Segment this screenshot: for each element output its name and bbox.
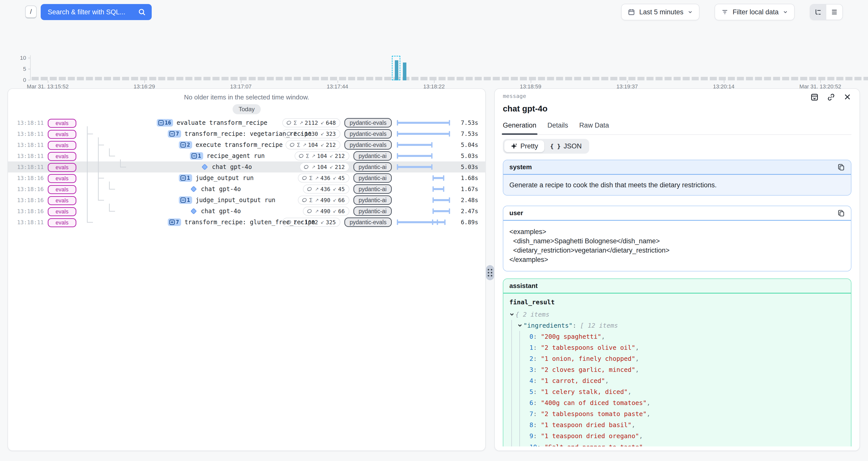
evals-badge[interactable]: evals (48, 119, 76, 128)
json-string-value: "1 carrot, diced" (541, 377, 605, 385)
trace-row[interactable]: 13:18:11evals2execute transform_recipeΣ↗… (8, 140, 485, 150)
tree-connector (87, 222, 93, 223)
json-string-value: "1 celery stalk, diced" (541, 388, 628, 396)
copy-icon[interactable] (837, 163, 845, 171)
token-usage-pill[interactable]: Σ↗2112↙648 (282, 118, 340, 127)
token-usage-pill[interactable]: ↗490↙66 (303, 207, 349, 216)
span-name: judge_input_output run (196, 196, 276, 204)
duration-bar (397, 133, 450, 135)
square-minus-icon (191, 153, 197, 159)
token-coin-icon (289, 142, 295, 148)
tokens-out-arrow-icon: ↙ (320, 142, 324, 148)
today-chip[interactable]: Today (232, 104, 261, 114)
span-name: execute transform_recipe (196, 141, 283, 148)
json-string-value: "1 teaspoon dried oregano" (541, 432, 639, 440)
trace-row[interactable]: 13:18:11evals7transform_recipe: vegetari… (8, 128, 485, 140)
duration-bar (433, 210, 450, 212)
copy-link-icon[interactable] (827, 93, 835, 101)
indent-guide (512, 320, 512, 451)
trace-row[interactable]: 13:18:11evalschat gpt-4o↗104↙212pydantic… (8, 161, 485, 173)
trace-row[interactable]: 13:18:16evals1judge_input_output runΣ↗49… (8, 194, 485, 206)
scope-tag[interactable]: pydantic-ai (353, 151, 392, 161)
list-view-button[interactable] (826, 4, 842, 20)
histogram-bar[interactable] (403, 63, 406, 80)
json-index: 8 (529, 421, 533, 429)
horizontal-scrollbar[interactable] (495, 447, 859, 451)
scope-tag[interactable]: pydantic-ai (353, 206, 392, 216)
dock-panel-icon[interactable] (810, 93, 819, 101)
tree-collapse-toggle[interactable]: 7 (168, 130, 181, 137)
x-axis-tick (531, 80, 531, 83)
scope-tag[interactable]: pydantic-ai (353, 173, 392, 183)
tree-view-button[interactable] (810, 4, 826, 20)
tree-collapse-toggle[interactable]: 1 (190, 152, 203, 160)
search-button-label: Search & filter with SQL... (48, 8, 138, 16)
token-usage-pill[interactable]: ↗104↙212 (300, 162, 349, 172)
time-range-button[interactable]: Last 5 minutes (621, 4, 700, 20)
trace-rows: 13:18:11evals16evaluate transform_recipe… (8, 117, 485, 228)
evals-badge[interactable]: evals (48, 218, 76, 227)
evals-badge[interactable]: evals (48, 196, 76, 205)
trace-row[interactable]: 13:18:11evals7transform_recipe: gluten_f… (8, 217, 485, 228)
tree-collapse-toggle[interactable]: 1 (179, 196, 192, 204)
list-view-icon (831, 8, 838, 16)
token-usage-pill[interactable]: Σ↗436↙45 (298, 174, 349, 183)
json-index: 7 (529, 410, 533, 418)
collapse-chevron-icon[interactable] (509, 312, 515, 317)
tree-collapse-toggle[interactable]: 16 (157, 119, 173, 127)
tokens-out-arrow-icon: ↙ (320, 219, 324, 225)
tree-collapse-toggle[interactable]: 1 (179, 174, 192, 182)
x-axis-tick (338, 80, 338, 83)
square-minus-icon (180, 175, 186, 181)
tree-connector (120, 159, 121, 167)
close-icon[interactable] (843, 93, 851, 101)
evals-badge[interactable]: evals (48, 130, 76, 139)
scope-tag[interactable]: pydantic-evals (344, 217, 392, 227)
scope-tag[interactable]: pydantic-ai (353, 184, 392, 194)
trace-row[interactable]: 13:18:16evalschat gpt-4o↗436↙45pydantic-… (8, 184, 485, 194)
json-string-value: "1 onion, finely chopped" (541, 355, 635, 362)
trace-row[interactable]: 13:18:16evalschat gpt-4o↗490↙66pydantic-… (8, 206, 485, 217)
token-usage-pill[interactable]: Σ↗104↙212 (294, 151, 349, 160)
token-usage-pill[interactable]: Σ↗104↙212 (285, 141, 340, 149)
pretty-segment[interactable]: Pretty (504, 141, 544, 152)
json-segment[interactable]: { } JSON (544, 141, 588, 152)
duration-bar (397, 166, 433, 168)
system-message-text: Generate a recipe to cook the dish that … (503, 175, 851, 195)
evals-badge[interactable]: evals (48, 163, 76, 172)
x-axis-tick (724, 80, 724, 83)
evals-badge[interactable]: evals (48, 207, 76, 216)
tokens-in-arrow-icon: ↗ (315, 197, 319, 203)
evals-badge[interactable]: evals (48, 152, 76, 161)
tab-generation[interactable]: Generation (503, 122, 536, 129)
tree-connector (109, 182, 110, 189)
tree-collapse-toggle[interactable]: 7 (168, 218, 181, 226)
evals-badge[interactable]: evals (48, 174, 76, 183)
record-kind-label: message (503, 93, 526, 99)
filter-local-data-button[interactable]: Filter local data (715, 4, 795, 20)
scope-tag[interactable]: pydantic-ai (353, 162, 392, 172)
evals-badge[interactable]: evals (48, 185, 76, 194)
json-string-value: "1 teaspoon dried basil" (541, 421, 631, 429)
search-button[interactable]: Search & filter with SQL... (41, 4, 152, 20)
scope-tag[interactable]: pydantic-evals (344, 129, 392, 139)
tree-collapse-toggle[interactable]: 2 (179, 141, 192, 149)
token-coin-icon (301, 197, 307, 203)
tokens-out-arrow-icon: ↙ (320, 131, 324, 136)
collapse-chevron-icon[interactable] (517, 323, 522, 328)
scope-tag[interactable]: pydantic-evals (344, 118, 392, 128)
scope-tag[interactable]: pydantic-ai (353, 195, 392, 205)
trace-row[interactable]: 13:18:11evals1recipe_agent runΣ↗104↙212p… (8, 150, 485, 161)
tab-details[interactable]: Details (548, 122, 568, 129)
copy-icon[interactable] (837, 209, 845, 217)
tab-raw-data[interactable]: Raw Data (579, 122, 609, 129)
curly-braces-icon: { } (550, 143, 561, 150)
user-message-card: user <examples> <dish_name>Spaghetti Bol… (503, 206, 851, 271)
token-usage-pill[interactable]: ↗436↙45 (303, 185, 349, 193)
trace-row[interactable]: 13:18:11evals16evaluate transform_recipe… (8, 117, 485, 128)
evals-badge[interactable]: evals (48, 141, 76, 150)
scope-tag[interactable]: pydantic-evals (344, 140, 392, 150)
token-usage-pill[interactable]: Σ↗490↙66 (298, 195, 349, 205)
panel-resize-grip[interactable] (486, 265, 494, 280)
trace-row[interactable]: 13:18:16evals1judge_output runΣ↗436↙45py… (8, 173, 485, 184)
